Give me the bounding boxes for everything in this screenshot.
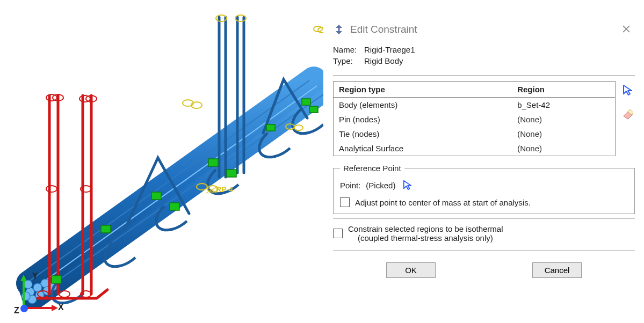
eraser-icon <box>621 107 634 120</box>
svg-rect-44 <box>309 106 318 113</box>
isothermal-checkbox[interactable] <box>333 229 343 238</box>
svg-rect-37 <box>101 225 111 233</box>
orientation-triad: Y X Z <box>13 268 60 319</box>
adjust-label: Adjust point to center of mass at start … <box>355 198 531 207</box>
axis-y-label: Y <box>32 271 38 281</box>
svg-point-20 <box>59 291 70 297</box>
edit-constraint-dialog: Edit Constraint Name: Rigid-Traege1 Type… <box>329 19 639 278</box>
isothermal-line1: Constrain selected regions to be isother… <box>348 224 503 233</box>
refpoint-legend: Reference Point <box>340 164 404 173</box>
svg-rect-42 <box>266 124 275 131</box>
reference-point-group: Reference Point Point: (Picked) Adjust p… <box>333 164 635 214</box>
dialog-title: Edit Constraint <box>350 24 417 35</box>
svg-rect-47 <box>338 28 340 31</box>
region-table[interactable]: Region type Region Body (elements) b_Set… <box>333 81 616 156</box>
adjust-checkbox-row[interactable]: Adjust point to center of mass at start … <box>340 197 628 207</box>
table-row[interactable]: Pin (nodes) (None) <box>334 112 615 127</box>
adjust-checkbox[interactable] <box>340 197 350 207</box>
pick-point-button[interactable] <box>401 178 415 192</box>
type-value: Rigid Body <box>364 56 403 65</box>
edit-region-button[interactable] <box>621 83 635 97</box>
isothermal-line2: (coupled thermal-stress analysis only) <box>348 233 503 243</box>
axis-z-label: Z <box>14 306 19 315</box>
svg-rect-41 <box>227 170 236 177</box>
svg-point-17 <box>46 186 57 192</box>
cursor-icon <box>622 84 634 96</box>
svg-rect-40 <box>208 159 218 166</box>
isothermal-checkbox-row[interactable]: Constrain selected regions to be isother… <box>329 224 639 247</box>
table-row[interactable]: Body (elements) b_Set-42 <box>334 98 615 113</box>
name-value: Rigid-Traege1 <box>364 45 415 54</box>
cursor-icon <box>402 180 413 190</box>
table-row[interactable]: Tie (nodes) (None) <box>334 127 615 141</box>
ok-button[interactable]: OK <box>386 262 436 278</box>
name-label: Name: <box>333 45 358 54</box>
constraint-icon <box>333 24 345 35</box>
model-viewport[interactable]: RP-4 Y X Z <box>0 0 323 323</box>
axis-x-label: X <box>58 303 64 312</box>
svg-rect-43 <box>302 99 310 105</box>
clear-region-button[interactable] <box>621 107 635 121</box>
type-label: Type: <box>333 56 358 65</box>
point-value: (Picked) <box>366 181 395 190</box>
close-icon <box>622 25 631 33</box>
close-button[interactable] <box>618 21 635 38</box>
svg-point-33 <box>294 125 303 130</box>
dialog-titlebar: Edit Constraint <box>329 19 639 43</box>
point-label: Point: <box>340 181 360 190</box>
col-region-type: Region type <box>334 82 512 98</box>
svg-rect-38 <box>151 192 161 200</box>
table-row[interactable]: Analytical Surface (None) <box>334 141 615 156</box>
rp-label: RP-4 <box>216 185 233 194</box>
col-region: Region <box>512 82 615 98</box>
svg-rect-39 <box>170 203 179 210</box>
cancel-button[interactable]: Cancel <box>532 262 582 278</box>
